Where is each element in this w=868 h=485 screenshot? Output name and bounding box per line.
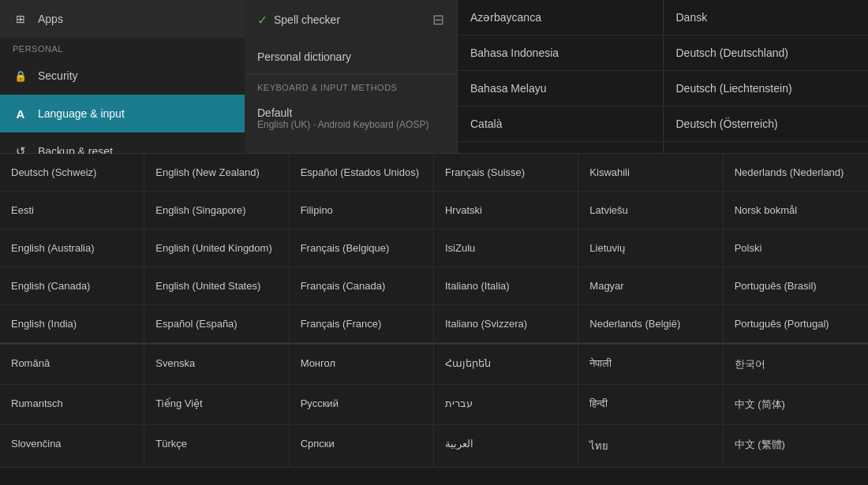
lang-cell[interactable]: Русский [290,385,434,425]
lang-cell[interactable]: Français (Belgique) [290,229,434,267]
lang-cell[interactable]: 中文 (简体) [724,385,868,425]
sidebar-item-security[interactable]: 🔒 Security [0,57,245,95]
lang-cell[interactable]: Filipino [290,192,434,229]
apps-icon: ⊞ [13,11,28,27]
lang-cell[interactable]: Norsk bokmål [724,192,868,229]
sidebar-item-apps[interactable]: ⊞ Apps [0,0,245,38]
lang-cell[interactable]: Tiếng Việt [144,385,289,425]
lang-cell[interactable]: Français (Canada) [290,267,434,305]
spell-checker-settings-icon[interactable]: ⊟ [432,11,444,28]
top-lang-col-1: Azərbaycanca Bahasa Indonesia Bahasa Mel… [458,0,664,153]
lang-cell[interactable]: العربية [434,425,578,468]
lang-cell[interactable]: Монгол [290,345,434,385]
lang-cell[interactable]: Հայերեն [434,345,578,385]
language-grid: Deutsch (Schweiz)English (New Zealand)Es… [0,154,868,343]
lang-cell[interactable]: Deutsch (Schweiz) [0,154,144,192]
lang-cell[interactable]: English (Canada) [0,267,144,305]
lang-cell[interactable]: 中文 (繁體) [724,425,868,468]
lang-cell[interactable]: Latviešu [578,192,723,229]
lang-bahasa-indonesia[interactable]: Bahasa Indonesia [458,35,663,71]
default-keyboard-item[interactable]: Default English (UK) · Android Keyboard … [245,95,457,141]
language-icon: A [13,106,28,121]
bottom-language-section: Deutsch (Schweiz)English (New Zealand)Es… [0,154,868,468]
lang-cell[interactable]: Nederlands (België) [578,305,723,343]
lang-deutsch-liechtenstein[interactable]: Deutsch (Liechtenstein) [664,71,869,106]
personal-dictionary-item[interactable]: Personal dictionary [245,39,457,74]
lang-cell[interactable]: Polski [724,229,868,267]
lang-cell[interactable]: English (India) [0,305,144,343]
lang-cell[interactable]: IsiZulu [434,229,578,267]
lang-cell[interactable]: Français (France) [290,305,434,343]
lang-cell[interactable]: नेपाली [578,345,723,385]
lang-cell[interactable]: Magyar [578,267,723,305]
lang-cell[interactable]: Türkçe [144,425,289,468]
checkmark-icon: ✓ [257,13,268,28]
lang-cell[interactable]: Српски [290,425,434,468]
spell-checker-item[interactable]: ✓ Spell checker ⊟ [245,0,457,39]
lang-cell[interactable]: Rumantsch [0,385,144,425]
lang-cell[interactable]: English (Australia) [0,229,144,267]
lang-cell[interactable]: Français (Suisse) [434,154,578,192]
lang-cell[interactable]: 한국어 [724,345,868,385]
lang-cell[interactable]: Svenska [144,345,289,385]
lang-cell[interactable]: English (New Zealand) [144,154,289,192]
lang-catala[interactable]: Català [458,106,663,142]
lang-cell[interactable]: हिन्दी [578,385,723,425]
lang-cell[interactable]: Português (Brasil) [724,267,868,305]
sidebar: ⊞ Apps PERSONAL 🔒 Security A Language & … [0,0,245,153]
language-grid-2: RomânăSvenskaМонголՀայերենनेपाली한국어Ruman… [0,343,868,468]
lang-cell[interactable]: Slovenčina [0,425,144,468]
sidebar-item-language[interactable]: A Language & input [0,95,245,132]
lang-deutsch-osterreich[interactable]: Deutsch (Österreich) [664,106,869,142]
lang-cell[interactable]: Hrvatski [434,192,578,229]
lang-deutsch-deutschland[interactable]: Deutsch (Deutschland) [664,35,869,71]
lang-cell[interactable]: Italiano (Svizzera) [434,305,578,343]
lang-dansk[interactable]: Dansk [664,0,869,35]
lang-cell[interactable]: עברית [434,385,578,425]
top-language-list: Azərbaycanca Bahasa Indonesia Bahasa Mel… [458,0,868,153]
lang-cell[interactable]: English (Singapore) [144,192,289,229]
lang-cell[interactable]: Eesti [0,192,144,229]
lang-cell[interactable]: ไทย [578,425,723,468]
lang-cell[interactable]: Română [0,345,144,385]
lang-cell[interactable]: Italiano (Italia) [434,267,578,305]
top-section: ⊞ Apps PERSONAL 🔒 Security A Language & … [0,0,868,154]
lang-cell[interactable]: English (United States) [144,267,289,305]
lock-icon: 🔒 [13,68,28,84]
middle-panel: ✓ Spell checker ⊟ Personal dictionary KE… [245,0,458,153]
lang-cell[interactable]: Lietuvių [578,229,723,267]
lang-cell[interactable]: Português (Portugal) [724,305,868,343]
personal-section-label: PERSONAL [0,38,245,57]
lang-cell[interactable]: English (United Kingdom) [144,229,289,267]
lang-cell[interactable]: Nederlands (Nederland) [724,154,868,192]
keyboard-section-label: KEYBOARD & INPUT METHODS [245,74,457,95]
top-lang-col-2: Dansk Deutsch (Deutschland) Deutsch (Lie… [664,0,869,153]
lang-cell[interactable]: Español (España) [144,305,289,343]
lang-azerbaycanca[interactable]: Azərbaycanca [458,0,663,35]
lang-cell[interactable]: Español (Estados Unidos) [290,154,434,192]
lang-cell[interactable]: Kiswahili [578,154,723,192]
lang-bahasa-melayu[interactable]: Bahasa Melayu [458,71,663,106]
